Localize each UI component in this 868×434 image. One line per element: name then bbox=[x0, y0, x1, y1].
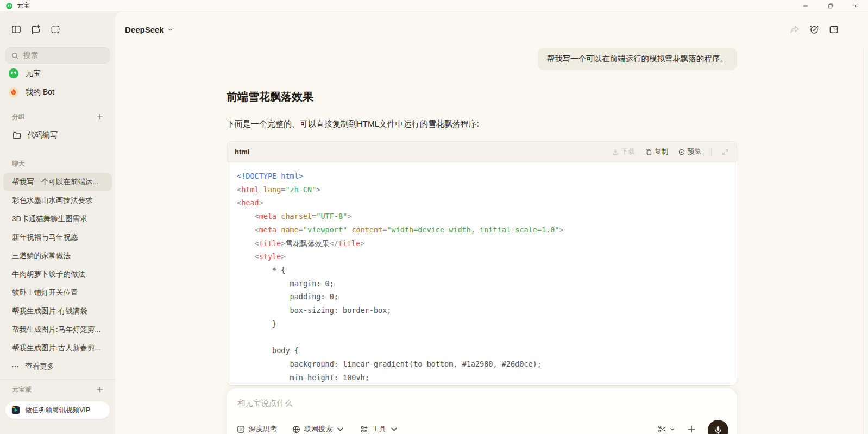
scissors-icon bbox=[657, 424, 667, 434]
groups-section-label: 分组 bbox=[12, 112, 25, 122]
code-block-header: html 下载 复制 预览 bbox=[227, 142, 737, 162]
code-line: min-height: 100vh; bbox=[237, 371, 727, 385]
model-selector[interactable]: DeepSeek bbox=[125, 25, 173, 34]
code-line: <head> bbox=[237, 196, 727, 210]
screenshot-icon[interactable] bbox=[50, 24, 61, 35]
code-line: box-sizing: border-box; bbox=[237, 304, 727, 317]
composer: 和元宝说点什么 深度思考 联网搜索 工具 bbox=[227, 388, 737, 434]
chat-list-item[interactable]: 彩色水墨山水画技法要求 bbox=[3, 191, 112, 210]
code-line: * { bbox=[237, 263, 727, 277]
chat-list-item[interactable]: 3D卡通猫舞狮生图需求 bbox=[3, 210, 112, 228]
code-content[interactable]: <!DOCTYPE html><html lang="zh-CN"><head>… bbox=[227, 162, 737, 386]
chat-list-item[interactable]: 三道鳞的家常做法 bbox=[3, 247, 112, 265]
chat-thread: 帮我写一个可以在前端运行的模拟雪花飘落的程序。 前端雪花飘落效果 下面是一个完整… bbox=[227, 48, 737, 386]
attach-button[interactable] bbox=[686, 424, 697, 434]
sidebar-divider bbox=[0, 379, 115, 380]
chat-list-item[interactable]: 帮我生成图片:马年灯笼剪... bbox=[3, 320, 112, 339]
model-name: DeepSeek bbox=[125, 25, 164, 34]
chat-list-item[interactable]: 帮我生成图片:有钱满袋 bbox=[3, 302, 112, 320]
code-line: <html lang="zh-CN"> bbox=[237, 183, 727, 197]
chat-list-item[interactable]: 新年祝福与马年祝愿 bbox=[3, 228, 112, 247]
copy-icon bbox=[645, 148, 652, 156]
code-line: margin: 0; bbox=[237, 277, 727, 291]
tools-menu[interactable]: 工具 bbox=[360, 424, 399, 434]
search-placeholder: 搜索 bbox=[23, 51, 38, 60]
deep-think-toggle[interactable]: 深度思考 bbox=[236, 424, 277, 434]
tencent-video-icon bbox=[11, 405, 21, 415]
group-item-label: 代码编写 bbox=[27, 130, 58, 140]
divider bbox=[711, 148, 712, 156]
chevron-down-icon bbox=[389, 425, 399, 434]
code-line: background: linear-gradient(to bottom, #… bbox=[237, 357, 727, 371]
chat-list-item[interactable]: 帮我写一个可以在前端运... bbox=[3, 173, 112, 191]
share-icon[interactable] bbox=[789, 24, 800, 35]
answer-intro: 下面是一个完整的、可以直接复制到HTML文件中运行的雪花飘落程序: bbox=[227, 119, 737, 129]
flame-icon bbox=[8, 86, 20, 98]
yuanbao-logo-icon bbox=[8, 67, 20, 79]
minimize-button[interactable] bbox=[793, 0, 818, 12]
microphone-icon bbox=[713, 425, 724, 434]
chats-section-label: 聊天 bbox=[0, 159, 115, 168]
search-icon bbox=[11, 52, 19, 60]
main-panel: DeepSeek 帮我写一个可以在前端运行的模拟雪花飘落的程序。 前端雪花飘落效… bbox=[115, 12, 868, 434]
code-line: } bbox=[237, 317, 727, 331]
sidebar-item-label: 元宝 bbox=[26, 68, 41, 78]
chat-list-item[interactable]: 软卧上铺灯开关位置 bbox=[3, 284, 112, 302]
download-code-button[interactable]: 下载 bbox=[612, 147, 635, 156]
snippet-tool-button[interactable] bbox=[657, 424, 675, 434]
code-line: <meta name="viewport" content="width=dev… bbox=[237, 223, 727, 237]
sidebar-item-label: 我的 Bot bbox=[26, 87, 54, 97]
voice-input-button[interactable] bbox=[708, 420, 728, 434]
app-title: 元宝 bbox=[17, 1, 30, 10]
yuanbaopai-section-label: 元宝派 bbox=[12, 385, 32, 394]
user-message-bubble: 帮我写一个可以在前端运行的模拟雪花飘落的程序。 bbox=[538, 48, 738, 70]
answer-title: 前端雪花飘落效果 bbox=[227, 90, 737, 104]
chat-list-item[interactable]: 牛肉胡萝卜饺子的做法 bbox=[3, 265, 112, 284]
web-search-toggle[interactable]: 联网搜索 bbox=[292, 424, 345, 434]
restore-button[interactable] bbox=[818, 0, 843, 12]
globe-icon bbox=[292, 425, 301, 434]
message-input[interactable]: 和元宝说点什么 bbox=[227, 388, 737, 408]
scrollbar-track[interactable] bbox=[863, 47, 868, 434]
code-line: padding: 0; bbox=[237, 290, 727, 304]
chevron-down-icon bbox=[167, 27, 173, 33]
composer-toolbar: 深度思考 联网搜索 工具 bbox=[227, 418, 737, 434]
code-line: <style> bbox=[237, 250, 727, 263]
preview-icon bbox=[678, 148, 685, 156]
show-more-button[interactable]: 查看更多 bbox=[0, 357, 115, 376]
chat-list-item[interactable]: 帮我生成图片:古人新春剪... bbox=[3, 339, 112, 357]
deep-think-icon bbox=[236, 425, 246, 434]
search-input[interactable]: 搜索 bbox=[5, 47, 110, 64]
chevron-down-icon bbox=[669, 426, 675, 432]
code-line bbox=[237, 330, 727, 344]
main-header: DeepSeek bbox=[115, 12, 868, 47]
code-line: <title>雪花飘落效果</title> bbox=[237, 237, 727, 250]
sidebar-item-yuanbao[interactable]: 元宝 bbox=[0, 64, 115, 83]
download-icon bbox=[612, 148, 619, 156]
vip-task-card[interactable]: 做任务领腾讯视频VIP bbox=[5, 401, 110, 419]
new-chat-icon[interactable] bbox=[30, 24, 41, 35]
show-more-label: 查看更多 bbox=[25, 362, 54, 372]
chat-list: 帮我写一个可以在前端运...彩色水墨山水画技法要求3D卡通猫舞狮生图需求新年祝福… bbox=[0, 173, 115, 357]
add-group-icon[interactable] bbox=[96, 112, 104, 121]
expand-code-button[interactable] bbox=[721, 148, 729, 156]
code-line: <!DOCTYPE html> bbox=[237, 169, 727, 183]
preview-code-button[interactable]: 预览 bbox=[678, 147, 701, 156]
alarm-check-icon[interactable] bbox=[809, 24, 820, 35]
app-logo-icon bbox=[5, 2, 13, 10]
code-language-label: html bbox=[235, 148, 249, 156]
copy-code-button[interactable]: 复制 bbox=[645, 147, 668, 156]
code-block: html 下载 复制 预览 bbox=[227, 141, 737, 386]
collapse-sidebar-icon[interactable] bbox=[11, 24, 22, 35]
code-line: body { bbox=[237, 344, 727, 357]
open-panel-icon[interactable] bbox=[828, 24, 839, 35]
expand-icon bbox=[721, 148, 729, 156]
sidebar: 搜索 元宝 我的 Bot 分组 代码编写 聊天 帮我写 bbox=[0, 12, 115, 434]
ellipsis-icon bbox=[11, 362, 20, 371]
vip-task-label: 做任务领腾讯视频VIP bbox=[25, 406, 90, 415]
close-button[interactable] bbox=[843, 0, 868, 12]
group-item-coding[interactable]: 代码编写 bbox=[0, 128, 115, 143]
add-yuanbaopai-icon[interactable] bbox=[96, 385, 104, 394]
sidebar-item-my-bot[interactable]: 我的 Bot bbox=[0, 83, 115, 102]
window-titlebar: 元宝 bbox=[0, 0, 868, 12]
